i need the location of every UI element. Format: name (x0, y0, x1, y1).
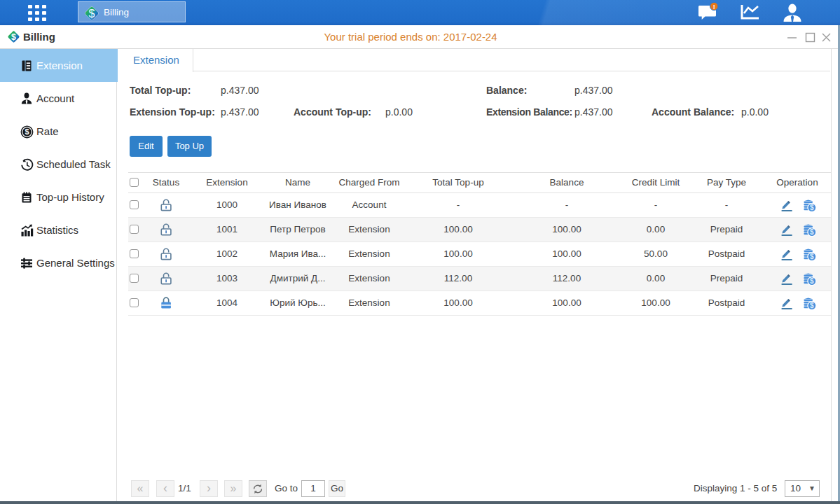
svg-text:$: $ (810, 228, 814, 236)
svg-text:$: $ (810, 204, 814, 211)
svg-text:$: $ (89, 7, 95, 19)
svg-text:$: $ (810, 302, 814, 309)
svg-text:$: $ (810, 253, 814, 260)
svg-text:!: ! (713, 4, 715, 10)
svg-text:$: $ (810, 277, 814, 285)
svg-text:$: $ (25, 127, 29, 136)
